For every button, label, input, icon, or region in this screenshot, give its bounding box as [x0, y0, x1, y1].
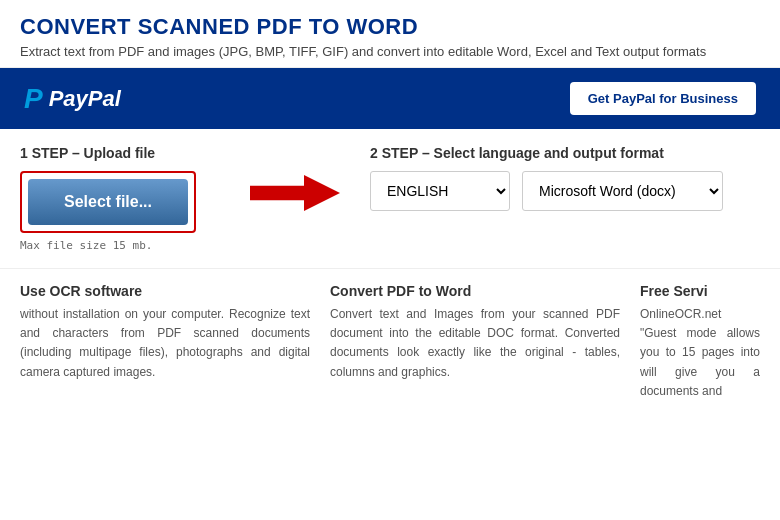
- steps-section: 1 STEP – Upload file Select file... Max …: [0, 129, 780, 262]
- step2-container: 2 STEP – Select language and output form…: [370, 145, 760, 211]
- red-arrow-icon: [250, 173, 340, 213]
- info-pdf-text: Convert text and Images from your scanne…: [330, 305, 620, 382]
- page-header: CONVERT SCANNED PDF TO WORD Extract text…: [0, 0, 780, 68]
- language-select[interactable]: ENGLISH FRENCH GERMAN SPANISH: [370, 171, 510, 211]
- info-pdf-heading: Convert PDF to Word: [330, 283, 620, 299]
- paypal-p-icon: P: [24, 83, 43, 115]
- select-file-wrapper: Select file...: [20, 171, 196, 233]
- info-ocr-text: without installation on your computer. R…: [20, 305, 310, 382]
- info-free-text: OnlineOCR.net "Guest mode allows you to …: [640, 305, 760, 401]
- info-free-service: Free Servi OnlineOCR.net "Guest mode all…: [640, 283, 760, 401]
- step1-container: 1 STEP – Upload file Select file... Max …: [20, 145, 220, 252]
- step2-controls: ENGLISH FRENCH GERMAN SPANISH Microsoft …: [370, 171, 760, 211]
- info-ocr: Use OCR software without installation on…: [20, 283, 310, 401]
- select-file-button[interactable]: Select file...: [28, 179, 188, 225]
- page-title: CONVERT SCANNED PDF TO WORD: [20, 14, 760, 40]
- step1-title: 1 STEP – Upload file: [20, 145, 220, 161]
- output-format-select[interactable]: Microsoft Word (docx) Microsoft Excel Pl…: [522, 171, 723, 211]
- max-file-size-label: Max file size 15 mb.: [20, 239, 220, 252]
- paypal-logo: P PayPal: [24, 83, 121, 115]
- info-pdf-to-word: Convert PDF to Word Convert text and Ima…: [330, 283, 620, 401]
- step2-title: 2 STEP – Select language and output form…: [370, 145, 760, 161]
- info-section: Use OCR software without installation on…: [0, 268, 780, 411]
- paypal-business-button[interactable]: Get PayPal for Business: [570, 82, 756, 115]
- info-free-heading: Free Servi: [640, 283, 760, 299]
- info-ocr-heading: Use OCR software: [20, 283, 310, 299]
- page-subtitle: Extract text from PDF and images (JPG, B…: [20, 44, 760, 59]
- paypal-banner: P PayPal Get PayPal for Business: [0, 68, 780, 129]
- arrow-container: [250, 145, 340, 213]
- svg-marker-0: [250, 175, 340, 211]
- paypal-logo-text: PayPal: [49, 86, 121, 112]
